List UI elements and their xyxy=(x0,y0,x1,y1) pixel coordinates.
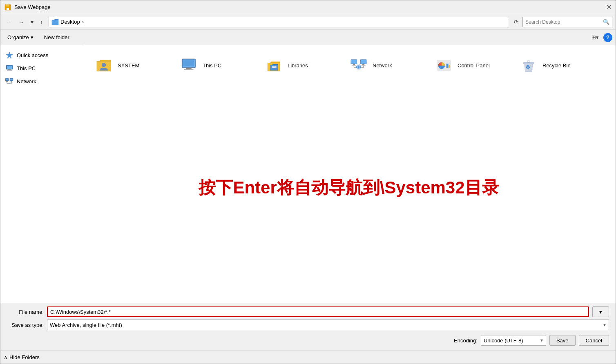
organize-label: Organize xyxy=(7,34,29,40)
recycle-bin-icon: ♻ xyxy=(519,55,538,75)
svg-rect-14 xyxy=(11,81,12,82)
encoding-select[interactable]: Unicode (UTF-8) xyxy=(481,335,546,346)
view-arrow: ▾ xyxy=(596,34,599,40)
title-bar-left: Save Webpage xyxy=(4,4,51,11)
breadcrumb-folder-icon xyxy=(51,19,59,25)
hide-folders-button[interactable]: ∧ Hide Folders xyxy=(4,354,40,360)
breadcrumb-chevron: > xyxy=(82,20,84,24)
organize-button[interactable]: Organize ▾ xyxy=(4,33,37,42)
nav-dropdown-button[interactable]: ▾ xyxy=(28,18,36,27)
list-item[interactable]: Network xyxy=(344,52,425,79)
search-box: 🔍 xyxy=(522,17,612,27)
view-button[interactable]: ⊞ ▾ xyxy=(589,33,602,42)
network-sidebar-label: Network xyxy=(17,78,36,84)
file-name-row: File name: ▾ xyxy=(7,306,609,317)
list-item[interactable]: This PC xyxy=(174,52,255,79)
list-item[interactable]: ♻ Recycle Bin xyxy=(513,52,595,79)
svg-rect-31 xyxy=(352,65,356,66)
bottom-form-area: File name: ▾ Save as type: Web Archive, … xyxy=(0,303,616,351)
title-bar: Save Webpage ✕ xyxy=(0,0,616,14)
svg-rect-11 xyxy=(6,82,8,82)
breadcrumb-path[interactable]: Desktop xyxy=(60,19,80,25)
forward-button[interactable]: → xyxy=(16,18,27,27)
svg-rect-1 xyxy=(6,4,9,7)
svg-rect-15 xyxy=(10,82,13,82)
file-name-input[interactable] xyxy=(47,306,589,317)
content-area: SYSTEM This PC xyxy=(82,45,616,303)
new-folder-label: New folder xyxy=(44,34,69,40)
svg-rect-10 xyxy=(6,81,8,82)
svg-rect-24 xyxy=(186,68,191,69)
save-button[interactable]: Save xyxy=(549,335,576,346)
view-icon: ⊞ xyxy=(591,34,596,40)
svg-rect-35 xyxy=(362,65,366,66)
list-item[interactable]: SYSTEM xyxy=(89,52,170,79)
svg-point-20 xyxy=(102,63,106,67)
search-button[interactable]: 🔍 xyxy=(603,19,609,25)
svg-rect-7 xyxy=(7,70,12,71)
libraries-icon xyxy=(264,55,283,75)
svg-text:♻: ♻ xyxy=(526,64,530,70)
nav-bar: ← → ▾ ↑ Desktop > ⟳ 🔍 xyxy=(0,14,616,30)
this-pc-label: This PC xyxy=(203,62,221,69)
this-pc-icon xyxy=(179,55,199,75)
encoding-select-wrapper: Unicode (UTF-8) xyxy=(481,335,546,346)
control-panel-label: Control Panel xyxy=(458,62,490,69)
annotation-text: 按下Enter将自动导航到\System32目录 xyxy=(199,176,499,199)
save-type-select[interactable]: Web Archive, single file (*.mht) xyxy=(47,320,609,330)
svg-rect-23 xyxy=(183,60,194,67)
bottom-buttons: Encoding: Unicode (UTF-8) Save Cancel xyxy=(7,333,609,347)
sidebar: Quick access This PC xyxy=(0,45,82,303)
recycle-bin-label: Recycle Bin xyxy=(542,62,571,69)
hide-folders-label: Hide Folders xyxy=(9,354,40,360)
this-pc-sidebar-label: This PC xyxy=(17,65,36,71)
up-button[interactable]: ↑ xyxy=(38,18,45,27)
network-icon xyxy=(349,55,368,75)
svg-rect-47 xyxy=(449,65,450,68)
quick-access-label: Quick access xyxy=(17,52,48,58)
encoding-label: Encoding: xyxy=(454,337,478,344)
quick-access-icon xyxy=(5,51,13,59)
file-name-label: File name: xyxy=(7,309,44,315)
svg-rect-13 xyxy=(10,79,13,80)
sidebar-item-network[interactable]: Network xyxy=(0,75,82,88)
close-button[interactable]: ✕ xyxy=(606,4,612,11)
new-folder-button[interactable]: New folder xyxy=(40,33,73,42)
system-icon xyxy=(94,55,114,75)
main-area: Quick access This PC xyxy=(0,45,616,303)
file-name-dropdown-btn[interactable]: ▾ xyxy=(592,306,609,317)
svg-rect-25 xyxy=(184,69,193,70)
save-type-select-wrapper: Web Archive, single file (*.mht) xyxy=(47,320,609,330)
sidebar-item-this-pc[interactable]: This PC xyxy=(0,62,82,75)
save-type-label: Save as type: xyxy=(7,322,44,328)
organize-arrow: ▾ xyxy=(31,34,33,40)
cancel-button[interactable]: Cancel xyxy=(579,335,609,346)
toolbar-right: ⊞ ▾ ? xyxy=(589,33,612,42)
file-grid: SYSTEM This PC xyxy=(89,52,609,79)
network-label: Network xyxy=(373,62,392,69)
system-label: SYSTEM xyxy=(118,62,139,69)
svg-rect-2 xyxy=(7,8,9,10)
svg-rect-29 xyxy=(351,60,357,64)
svg-point-19 xyxy=(9,83,10,84)
save-title-icon xyxy=(4,4,11,11)
hide-folders-row: ∧ Hide Folders xyxy=(0,351,616,364)
list-item[interactable]: Libraries xyxy=(259,52,340,79)
encoding-area: Encoding: Unicode (UTF-8) xyxy=(454,335,546,346)
sidebar-item-quick-access[interactable]: Quick access xyxy=(0,49,82,62)
help-button[interactable]: ? xyxy=(603,33,612,42)
save-dialog: Save Webpage ✕ ← → ▾ ↑ Desktop > ⟳ 🔍 Org… xyxy=(0,0,616,364)
svg-rect-9 xyxy=(6,79,8,80)
this-pc-sidebar-icon xyxy=(5,64,13,72)
libraries-label: Libraries xyxy=(288,62,308,69)
list-item[interactable]: Control Panel xyxy=(429,52,510,79)
svg-rect-46 xyxy=(446,64,449,68)
refresh-button[interactable]: ⟳ xyxy=(511,17,521,27)
svg-marker-3 xyxy=(6,52,13,58)
back-button[interactable]: ← xyxy=(4,18,14,27)
dialog-title: Save Webpage xyxy=(14,4,51,10)
hide-folders-arrow: ∧ xyxy=(4,354,8,360)
svg-rect-6 xyxy=(8,69,11,70)
svg-rect-33 xyxy=(361,60,366,64)
search-input[interactable] xyxy=(525,19,601,25)
